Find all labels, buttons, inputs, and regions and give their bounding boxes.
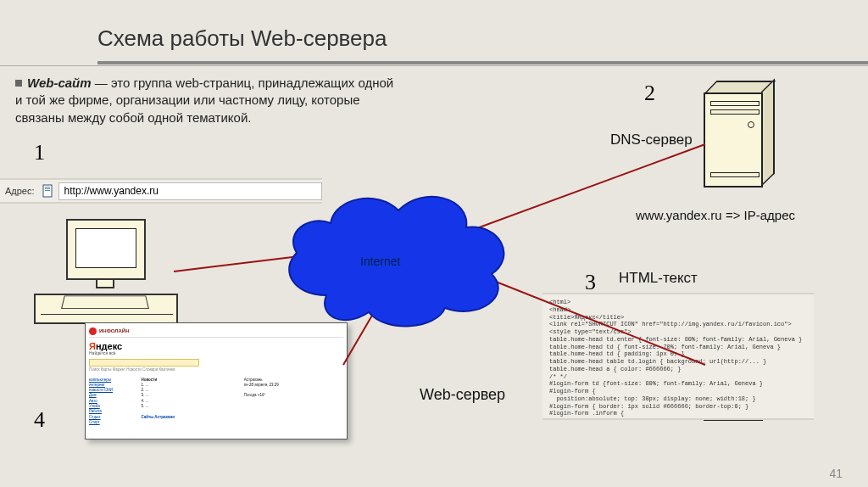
search-box <box>89 359 199 367</box>
title-rule <box>0 61 868 64</box>
client-computer-icon <box>34 219 170 329</box>
address-bar: Адрес: http://www.yandex.ru <box>0 178 322 204</box>
svg-rect-1 <box>45 187 50 188</box>
definition-dash: — <box>92 76 111 90</box>
step-number-3: 3 <box>585 270 596 295</box>
dns-server-label: DNS-сервер <box>610 132 693 148</box>
bullet-icon <box>15 80 22 87</box>
dns-server-icon <box>704 81 776 189</box>
definition-block: Web-сайт — это группа web-страниц, прина… <box>15 75 397 126</box>
slide-title: Схема работы Web-сервера <box>97 25 387 52</box>
browser-screenshot: ИНФОЛАЙН Яндекс Найдётся всё Поиск Карты… <box>85 322 348 439</box>
svg-rect-2 <box>45 188 50 189</box>
ip-resolution-label: www.yandex.ru => IP-адрес <box>636 208 795 222</box>
browser-left-column: компьютерыинтернетновости СМИДомАвтоУчеб… <box>89 378 140 426</box>
address-label: Адрес: <box>0 186 42 196</box>
browser-center-column: Новости1. ...2. ...3. ...4. ...5. ...Сай… <box>141 378 242 420</box>
definition-term: Web-сайт <box>27 76 92 90</box>
internet-label: Internet <box>360 255 400 268</box>
browser-favicon-icon <box>89 327 97 335</box>
web-server-label: Web-сервер <box>420 386 505 404</box>
page-icon <box>42 184 55 198</box>
browser-top-text: ИНФОЛАЙН <box>99 328 129 334</box>
browser-right-column: Астрахань пн 28 апреля, 23:29Погода +16° <box>244 378 320 399</box>
yandex-tabs: Поиск Карты Маркет Новости Словари Карти… <box>89 368 343 372</box>
html-source-box: <html> <head> <title>Яндекс</title> <lin… <box>542 293 814 420</box>
html-text-label: HTML-текст <box>619 270 698 287</box>
yandex-tagline: Найдётся всё <box>89 351 343 356</box>
page-number: 41 <box>829 467 843 480</box>
svg-rect-3 <box>45 190 50 191</box>
step-number-4: 4 <box>34 407 45 433</box>
step-number-1: 1 <box>34 140 45 165</box>
title-rule-thin <box>0 65 868 66</box>
step-number-2: 2 <box>644 81 655 106</box>
